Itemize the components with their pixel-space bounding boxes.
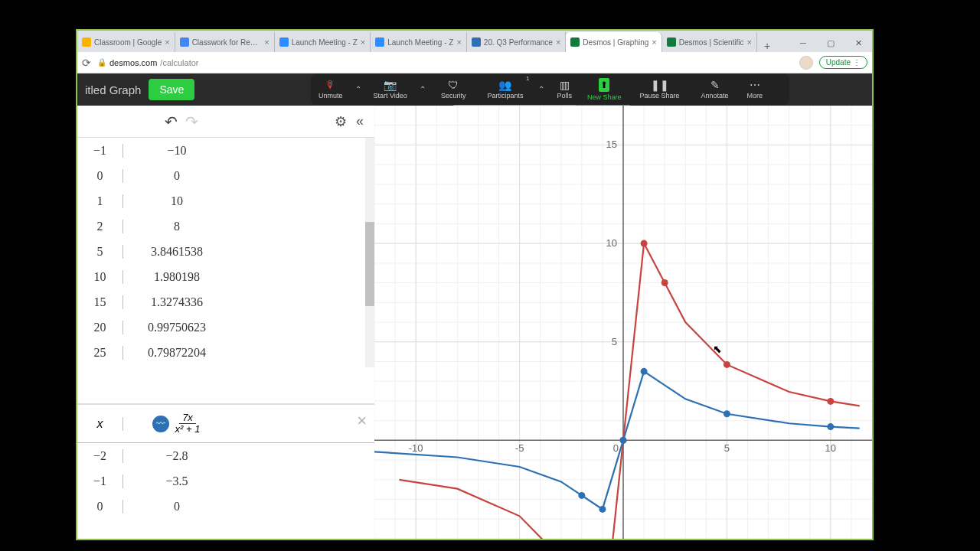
mouse-cursor-icon: ⬉ — [713, 343, 722, 355]
close-icon[interactable]: × — [357, 411, 367, 431]
browser-tab[interactable]: Desmos | Graphing× — [566, 32, 662, 52]
participants-chevron-icon[interactable]: ⌃ — [534, 85, 549, 93]
table-cell-x[interactable]: 2 — [77, 220, 123, 233]
zoom-start-video-button[interactable]: 📷 Start Video — [366, 73, 415, 105]
audio-chevron-icon[interactable]: ⌃ — [351, 85, 366, 93]
browser-update-button[interactable]: Update ⋮ — [819, 56, 867, 69]
redo-icon[interactable]: ↷ — [185, 112, 198, 131]
tab-close-icon[interactable]: × — [747, 37, 752, 47]
table-cell-y[interactable]: 0 — [123, 500, 230, 514]
tab-close-icon[interactable]: × — [361, 37, 365, 47]
table-cell-y[interactable]: −10 — [123, 144, 230, 158]
zoom-participants-button[interactable]: 👥 1 Participants — [476, 73, 534, 105]
table-cell-y[interactable]: −3.5 — [123, 474, 230, 488]
gear-icon[interactable]: ⚙ — [335, 113, 347, 130]
lock-icon: 🔒 — [97, 58, 106, 67]
table-row[interactable]: −1−3.5 — [77, 468, 374, 494]
table-cell-x[interactable]: 5 — [77, 245, 123, 259]
new-tab-button[interactable]: + — [757, 40, 777, 52]
tab-close-icon[interactable]: × — [456, 37, 461, 47]
svg-point-71 — [578, 492, 585, 499]
polls-icon: ▥ — [560, 80, 570, 90]
profile-avatar[interactable] — [799, 56, 813, 70]
svg-point-69 — [724, 361, 730, 368]
expression-scrollbar[interactable] — [365, 138, 374, 367]
table-cell-y[interactable]: 1.3274336 — [123, 295, 230, 309]
table-row[interactable]: 28 — [77, 214, 374, 239]
series-color-swatch[interactable]: 〰 — [152, 416, 169, 432]
table-cell-y[interactable]: −2.8 — [123, 449, 230, 463]
window-close[interactable]: ✕ — [844, 34, 872, 52]
zoom-pause-share-button[interactable]: ❚❚ Pause Share — [629, 73, 690, 105]
table-row[interactable]: −1−10 — [77, 138, 374, 163]
table-cell-x[interactable]: 0 — [77, 169, 123, 183]
table-cell-y[interactable]: 0 — [123, 169, 230, 183]
table-cell-x[interactable]: −1 — [77, 144, 123, 158]
table-2[interactable]: × x 〰 7x x² + 1 −2−2.8−1−3.500 — [77, 404, 374, 519]
microphone-muted-icon: 🎙 — [325, 80, 336, 90]
tab-favicon — [570, 37, 580, 47]
table-cell-x[interactable]: 20 — [77, 321, 123, 334]
table2-y-header[interactable]: 〰 7x x² + 1 — [123, 412, 230, 435]
table-row[interactable]: 00 — [77, 163, 374, 188]
table-cell-y[interactable]: 3.8461538 — [123, 245, 230, 259]
table-row[interactable]: 00 — [77, 494, 374, 519]
scrollbar-thumb[interactable] — [365, 222, 374, 306]
table-row[interactable]: 53.8461538 — [77, 239, 374, 264]
collapse-panel-icon[interactable]: « — [356, 113, 364, 129]
tab-close-icon[interactable]: × — [556, 37, 560, 47]
table-cell-x[interactable]: 0 — [77, 500, 123, 514]
table-cell-x[interactable]: −2 — [77, 449, 123, 463]
table-cell-y[interactable]: 0.79872204 — [123, 346, 230, 360]
table-cell-x[interactable]: 15 — [77, 295, 123, 309]
window-maximize[interactable]: ▢ — [817, 34, 844, 52]
table-cell-x[interactable]: −1 — [77, 474, 123, 488]
svg-point-70 — [827, 398, 834, 405]
zoom-unmute-button[interactable]: 🎙 Unmute — [311, 73, 351, 105]
zoom-security-button[interactable]: 🛡 Security — [430, 73, 477, 105]
table-cell-y[interactable]: 1.980198 — [123, 270, 230, 284]
share-screen-icon: ⬆ — [599, 78, 609, 92]
tab-favicon — [472, 37, 481, 47]
tab-close-icon[interactable]: × — [264, 37, 269, 47]
url-field[interactable]: 🔒 desmos.com/calculator — [97, 58, 199, 67]
table-row[interactable]: 151.3274336 — [77, 289, 374, 315]
table-cell-y[interactable]: 10 — [123, 194, 230, 208]
graph-canvas[interactable]: -10-5510051015 ⬉ — [374, 106, 872, 539]
undo-icon[interactable]: ↶ — [165, 112, 178, 131]
browser-tab[interactable]: 20. Q3 Performance× — [467, 32, 566, 52]
reload-icon[interactable]: ⟳ — [82, 57, 91, 69]
zoom-polls-button[interactable]: ▥ Polls — [549, 73, 580, 105]
tab-close-icon[interactable]: × — [165, 37, 169, 47]
table-row[interactable]: 200.99750623 — [77, 315, 374, 340]
tab-favicon — [667, 37, 676, 47]
video-chevron-icon[interactable]: ⌃ — [415, 85, 430, 93]
video-off-icon: 📷 — [384, 80, 397, 90]
zoom-new-share-button[interactable]: ⬆ New Share — [580, 73, 629, 105]
table-row[interactable]: 101.980198 — [77, 264, 374, 289]
tab-favicon — [180, 37, 189, 47]
table-cell-x[interactable]: 25 — [77, 346, 123, 360]
graph-title[interactable]: itled Graph — [85, 83, 141, 96]
window-minimize[interactable]: ─ — [789, 34, 817, 52]
save-button[interactable]: Save — [149, 79, 194, 100]
browser-tab[interactable]: Launch Meeting - Z× — [275, 32, 371, 52]
table-1[interactable]: −1−10001102853.8461538101.980198151.3274… — [77, 138, 374, 404]
table-cell-x[interactable]: 10 — [77, 270, 123, 284]
tab-close-icon[interactable]: × — [652, 37, 656, 47]
table2-x-header[interactable]: x — [77, 417, 123, 431]
expression-list: ↶ ↷ ⚙ « −1−10001102853.8461538101.980198… — [77, 106, 374, 539]
table-cell-y[interactable]: 0.99750623 — [123, 321, 230, 334]
shield-icon: 🛡 — [448, 80, 459, 90]
browser-tab[interactable]: Classwork for Reyes× — [175, 32, 275, 52]
table-row[interactable]: 250.79872204 — [77, 340, 374, 365]
table-cell-y[interactable]: 8 — [123, 220, 230, 233]
table-row[interactable]: 110 — [77, 188, 374, 214]
browser-tab[interactable]: Classroom | Google× — [77, 32, 175, 52]
table-row[interactable]: −2−2.8 — [77, 443, 374, 468]
browser-tab[interactable]: Desmos | Scientific× — [662, 32, 757, 52]
zoom-more-button[interactable]: ⋯ More — [740, 73, 771, 105]
browser-tab[interactable]: Launch Meeting - Z× — [371, 32, 467, 52]
table-cell-x[interactable]: 1 — [77, 194, 123, 208]
zoom-annotate-button[interactable]: ✎ Annotate — [691, 73, 740, 105]
